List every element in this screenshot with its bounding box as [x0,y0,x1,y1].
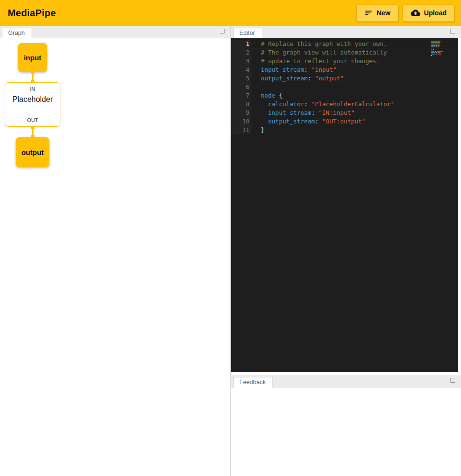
code-text: # update to reflect your changes. [251,57,380,66]
graph-edge [31,126,35,138]
code-text: output_stream: "output" [251,74,344,83]
code-text: node { [251,91,282,100]
code-line[interactable]: 7node { [231,91,461,100]
code-text: output_stream: "OUT:output" [251,117,365,126]
cloud-upload-icon [411,8,420,18]
graph-popout-icon[interactable] [220,29,225,33]
editor-panel: Editor 1# Replace this graph with your o… [231,26,461,372]
upload-button-label: Upload [424,9,447,17]
feedback-popout-icon[interactable] [450,378,455,383]
code-line[interactable]: 9 input_stream: "IN:input" [231,109,461,117]
line-number: 1 [231,40,251,48]
graph-node-output-label: output [22,148,44,156]
code-area[interactable]: 1# Replace this graph with your own.2# T… [231,38,461,372]
graph-node-placeholder[interactable]: IN Placeholder OUT [5,82,60,127]
code-text [251,83,261,91]
graph-edge [31,71,35,83]
code-line[interactable]: 6 [231,83,461,91]
main-area: Graph input IN Placeholder OUT output [0,26,461,476]
editor-scrollbar[interactable] [458,38,461,372]
line-number: 9 [231,109,251,117]
line-number: 6 [231,83,251,91]
feedback-tabstrip: Feedback [231,375,461,387]
new-button[interactable]: New [357,5,398,22]
code-line[interactable]: 2# The graph view will automatically [231,48,461,57]
tab-graph[interactable]: Graph [2,28,32,38]
code-line[interactable]: 1# Replace this graph with your own. [231,40,461,48]
line-number: 11 [231,126,251,134]
code-text: input_stream: "input" [251,66,337,74]
line-number: 5 [231,74,251,83]
tab-feedback-label: Feedback [239,379,266,386]
code-text: } [251,126,265,134]
code-line[interactable]: 4input_stream: "input" [231,66,461,74]
tab-graph-label: Graph [8,30,25,36]
line-number: 7 [231,91,251,100]
line-number: 2 [231,48,251,57]
minimap[interactable] [431,41,450,56]
code-text: # The graph view will automatically [251,48,387,57]
new-icon [364,9,373,17]
app-header: MediaPipe New Upload [0,0,461,26]
app-title: MediaPipe [8,8,56,19]
graph-canvas[interactable]: input IN Placeholder OUT output [0,38,230,476]
line-number: 3 [231,57,251,66]
feedback-panel: Feedback [231,375,461,476]
code-line[interactable]: 8 calculator: "PlaceholderCalculator" [231,100,461,109]
tab-editor-label: Editor [239,30,255,36]
new-button-label: New [377,9,391,17]
line-number: 8 [231,100,251,109]
upload-button[interactable]: Upload [403,5,454,22]
code-line[interactable]: 10 output_stream: "OUT:output" [231,117,461,126]
code-line[interactable]: 11} [231,126,461,134]
header-buttons: New Upload [357,5,454,22]
line-number: 4 [231,66,251,74]
code-text: input_stream: "IN:input" [251,109,355,117]
graph-tabstrip: Graph [0,26,230,38]
code-lines: 1# Replace this graph with your own.2# T… [231,40,461,134]
tab-editor[interactable]: Editor [233,28,262,38]
code-line[interactable]: 5output_stream: "output" [231,74,461,83]
code-text: calculator: "PlaceholderCalculator" [251,100,394,109]
port-out-label: OUT [27,117,38,123]
feedback-body [231,387,461,476]
graph-node-input-label: input [24,54,42,62]
line-number: 10 [231,117,251,126]
tab-feedback[interactable]: Feedback [233,377,273,387]
editor-popout-icon[interactable] [450,29,455,33]
code-line[interactable]: 3# update to reflect your changes. [231,57,461,66]
placeholder-node-title: Placeholder [12,95,53,104]
code-text: # Replace this graph with your own. [251,40,387,48]
port-in-label: IN [30,86,35,92]
graph-panel: Graph input IN Placeholder OUT output [0,26,231,476]
right-column: Editor 1# Replace this graph with your o… [231,26,461,476]
graph-node-output[interactable]: output [16,137,49,167]
graph-node-input[interactable]: input [18,43,47,72]
editor-tabstrip: Editor [231,26,461,38]
